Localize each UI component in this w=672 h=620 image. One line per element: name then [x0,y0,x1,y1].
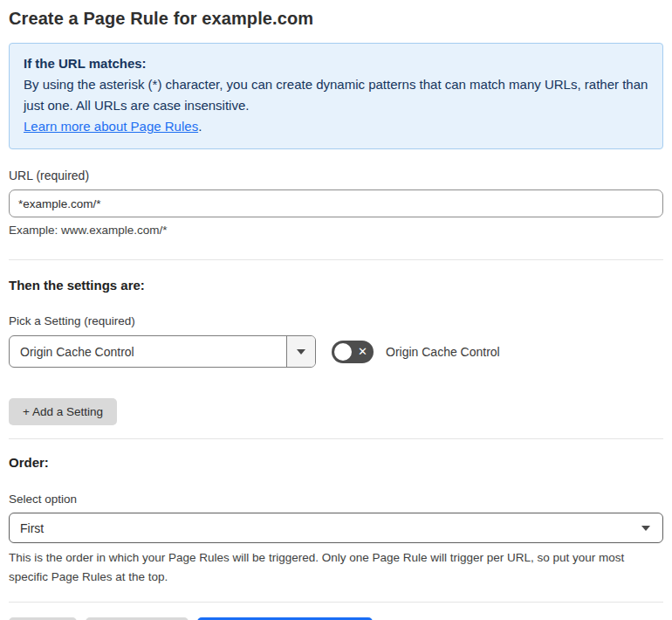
order-select-value: First [10,521,641,535]
info-box-heading: If the URL matches: [24,53,648,74]
setting-select-value: Origin Cache Control [10,336,286,367]
setting-select[interactable]: Origin Cache Control [9,335,316,368]
order-select[interactable]: First [9,513,663,543]
page-title: Create a Page Rule for example.com [9,9,663,29]
order-select-label: Select option [9,493,663,506]
setting-select-caret-segment [286,336,315,367]
chevron-down-icon [641,526,650,531]
setting-row: Origin Cache Control ✕ Origin Cache Cont… [9,335,663,368]
url-example-helper: Example: www.example.com/* [9,224,663,237]
add-setting-button[interactable]: + Add a Setting [9,398,117,425]
order-helper-text: This is the order in which your Page Rul… [9,548,663,587]
divider [9,602,663,603]
order-select-caret-wrap [641,526,662,531]
url-field-label: URL (required) [9,169,663,183]
divider [9,438,663,439]
pick-setting-label: Pick a Setting (required) [9,314,663,327]
setting-toggle-off[interactable]: ✕ [332,341,374,363]
create-page-rule-form: Create a Page Rule for example.com If th… [0,0,672,620]
toggle-x-icon: ✕ [358,346,367,357]
divider [9,259,663,260]
learn-more-link[interactable]: Learn more about Page Rules [24,119,198,134]
order-section-heading: Order: [9,455,663,470]
info-box-link-line: Learn more about Page Rules. [24,116,648,137]
link-suffix-period: . [198,119,202,134]
url-input[interactable] [9,189,663,217]
setting-toggle-label: Origin Cache Control [386,345,500,359]
info-box-body: By using the asterisk (*) character, you… [24,74,648,116]
url-match-info-box: If the URL matches: By using the asteris… [9,43,663,149]
toggle-knob [334,343,352,361]
settings-section-heading: Then the settings are: [9,278,663,293]
chevron-down-icon [297,349,305,355]
